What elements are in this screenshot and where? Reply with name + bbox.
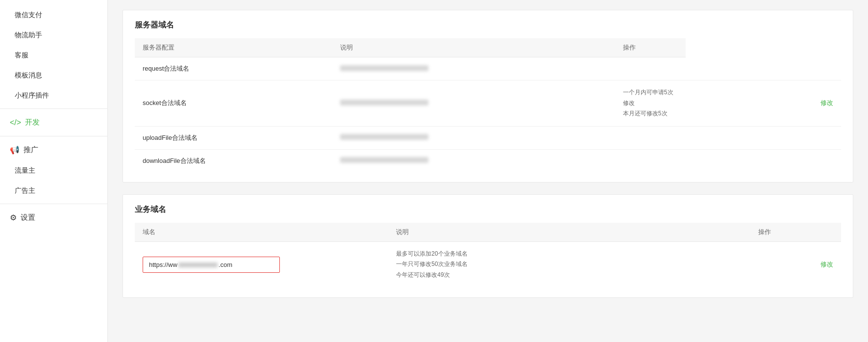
th-desc-biz: 说明 (388, 223, 750, 242)
row-value (332, 57, 615, 80)
row-value (332, 80, 615, 127)
row-note (615, 57, 686, 80)
th-desc: 说明 (332, 38, 615, 57)
blurred-value (340, 157, 428, 163)
row-action: 修改 (686, 80, 841, 127)
row-value (332, 126, 615, 149)
server-domain-card: 服务器域名 服务器配置 说明 操作 request合法域名socket合法域名一… (123, 10, 853, 183)
business-domain-title: 业务域名 (135, 205, 841, 215)
divider-2 (0, 136, 107, 136)
blurred-value (340, 134, 428, 140)
promote-label: 推广 (24, 145, 38, 155)
row-value (332, 149, 615, 172)
row-label: socket合法域名 (135, 80, 332, 127)
domain-modify-link[interactable]: 修改 (820, 261, 833, 268)
domain-note-cell: 最多可以添加20个业务域名 一年只可修改50次业务域名 今年还可以修改49次 (388, 241, 750, 287)
th-action: 操作 (615, 38, 686, 57)
sidebar: 微信支付 物流助手 客服 模板消息 小程序插件 </> 开发 📢 推广 流量主 … (0, 0, 108, 342)
row-label: uploadFile合法域名 (135, 126, 332, 149)
table-row: uploadFile合法域名 (135, 126, 841, 149)
row-action-empty (686, 57, 841, 80)
row-label: downloadFile合法域名 (135, 149, 332, 172)
divider-1 (0, 108, 107, 109)
domain-suffix: .com (219, 261, 232, 268)
sidebar-item-customer-service[interactable]: 客服 (0, 45, 107, 65)
sidebar-item-advertiser[interactable]: 广告主 (0, 181, 107, 201)
th-action-biz: 操作 (750, 223, 841, 242)
business-domain-card: 业务域名 域名 说明 操作 https://ww.com (123, 194, 853, 298)
settings-icon: ⚙ (10, 213, 17, 222)
develop-icon: </> (10, 118, 21, 127)
sidebar-item-wechat-pay[interactable]: 微信支付 (0, 5, 107, 25)
note-line-1: 最多可以添加20个业务域名 (396, 249, 743, 260)
domain-prefix: https://ww (149, 261, 177, 268)
row-action-empty (686, 149, 841, 172)
th-config: 服务器配置 (135, 38, 332, 57)
row-note (615, 149, 686, 172)
row-note: 一个月内可申请5次修改本月还可修改5次 (615, 80, 686, 127)
domain-box: https://ww.com (143, 257, 280, 273)
note-line-3: 今年还可以修改49次 (396, 270, 743, 281)
business-domain-table: 域名 说明 操作 https://ww.com 最多可以添加20个业务域名 (135, 223, 841, 288)
row-label: request合法域名 (135, 57, 332, 80)
table-row: https://ww.com 最多可以添加20个业务域名 一年只可修改50次业务… (135, 241, 841, 287)
sidebar-item-template-msg[interactable]: 模板消息 (0, 65, 107, 85)
main-content: 服务器域名 服务器配置 说明 操作 request合法域名socket合法域名一… (108, 0, 868, 342)
promote-icon: 📢 (10, 145, 20, 155)
blurred-value (340, 100, 428, 105)
domain-blurred (178, 263, 218, 267)
sidebar-item-traffic-owner[interactable]: 流量主 (0, 160, 107, 181)
server-domain-title: 服务器域名 (135, 20, 841, 30)
sidebar-item-miniprogram-plugin[interactable]: 小程序插件 (0, 85, 107, 105)
modify-link[interactable]: 修改 (820, 99, 833, 106)
row-action-empty (686, 126, 841, 149)
note-line-2: 一年只可修改50次业务域名 (396, 259, 743, 270)
sidebar-section-promote[interactable]: 📢 推广 (0, 139, 107, 160)
th-domain: 域名 (135, 223, 388, 242)
sidebar-section-develop[interactable]: </> 开发 (0, 112, 107, 133)
row-note (615, 126, 686, 149)
table-row: downloadFile合法域名 (135, 149, 841, 172)
divider-3 (0, 204, 107, 204)
server-domain-table: 服务器配置 说明 操作 request合法域名socket合法域名一个月内可申请… (135, 38, 841, 172)
domain-note: 最多可以添加20个业务域名 一年只可修改50次业务域名 今年还可以修改49次 (396, 249, 743, 281)
sidebar-item-logistics[interactable]: 物流助手 (0, 25, 107, 45)
settings-label: 设置 (21, 213, 35, 222)
domain-action-cell: 修改 (750, 241, 841, 287)
table-row: request合法域名 (135, 57, 841, 80)
develop-label: 开发 (25, 118, 40, 127)
note-text: 一个月内可申请5次修改本月还可修改5次 (623, 87, 678, 119)
sidebar-section-settings[interactable]: ⚙ 设置 (0, 207, 107, 228)
blurred-value (340, 65, 428, 71)
domain-cell: https://ww.com (135, 241, 388, 287)
table-row: socket合法域名一个月内可申请5次修改本月还可修改5次修改 (135, 80, 841, 127)
